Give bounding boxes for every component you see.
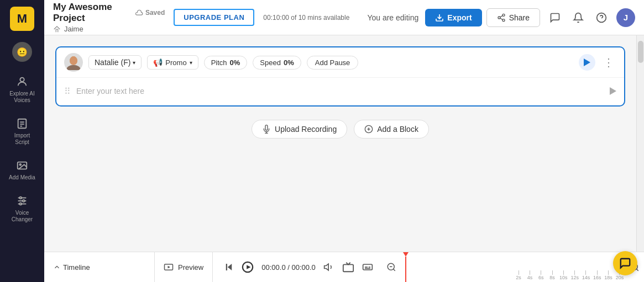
sidebar-item-explore-ai[interactable]: Explore AI Voices [3,71,41,108]
sidebar-user-avatar[interactable]: 😐 [12,42,32,62]
text-input-placeholder[interactable]: Enter your text here [76,87,604,95]
play-inline-button[interactable] [610,87,616,95]
svg-marker-37 [324,264,329,270]
svg-point-22 [67,65,81,70]
svg-point-15 [498,17,500,19]
chevron-down-icon: ▾ [133,60,135,66]
main-area: M 😐 Explore AI Voices Import Script [0,0,644,282]
add-media-icon [15,159,29,172]
top-bar: My Awesome Project Saved Jaime UPGRADE P… [44,0,644,35]
chat-icon[interactable] [547,9,563,26]
svg-rect-34 [226,264,227,270]
voice-name-button[interactable]: Natalie (F) ▾ [88,55,142,70]
ruler-tick-18s: 18s [603,270,614,280]
svg-rect-38 [343,264,353,272]
share-icon [497,13,506,22]
speed-control[interactable]: Speed 0% [253,56,301,70]
cloud-icon [135,9,143,17]
play-pause-button[interactable] [242,261,254,273]
ruler-tick-2s: 2s [513,270,524,280]
svg-point-16 [502,19,505,21]
transport-controls: 00:00.0 / 00:00.0 [213,252,384,283]
project-info: My Awesome Project Saved Jaime [53,2,165,33]
scroll-thumb[interactable] [638,41,643,63]
vertical-scrollbar[interactable] [636,35,644,252]
project-breadcrumb: Jaime [53,25,165,33]
project-title-row: My Awesome Project Saved [53,2,165,24]
bell-icon[interactable] [570,9,587,26]
ruler-tick-6s: 6s [536,270,547,280]
ruler-tick-14s: 14s [580,270,591,280]
export-button[interactable]: Export [425,9,481,26]
sidebar-item-add-media[interactable]: Add Media [3,155,41,185]
add-block-button[interactable]: Add a Block [354,120,429,139]
time-info-block: 00:10:00 of 10 mins available [263,14,358,22]
svg-point-14 [502,14,505,16]
chevron-up-icon [53,263,61,271]
user-avatar[interactable]: J [616,8,635,27]
svg-point-10 [19,197,22,199]
voice-block-header: Natalie (F) ▾ 📢 Promo ▾ Pitch [56,47,624,78]
svg-marker-32 [168,266,171,269]
voice-changer-icon [15,194,29,207]
time-display: 00:10:00 of 10 mins available [263,14,349,22]
play-icon [242,261,254,273]
upload-recording-button[interactable]: Upload Recording [252,120,347,139]
sidebar-item-import-script[interactable]: Import Script [3,113,41,150]
timecode-display: 00:00.0 / 00:00.0 [261,263,316,272]
microphone-icon [262,125,271,134]
chat-bubble-button[interactable] [613,251,637,275]
zoom-out-icon[interactable] [386,262,396,272]
svg-point-6 [19,164,21,166]
chat-bubble-icon [619,257,631,269]
drag-handle: ⠿ [64,86,71,97]
sidebar-item-add-media-label: Add Media [9,174,35,181]
home-icon [53,25,61,33]
content-with-scroll: Natalie (F) ▾ 📢 Promo ▾ Pitch [44,35,644,252]
playhead [403,252,409,283]
upload-recording-label: Upload Recording [275,125,337,134]
svg-marker-36 [247,265,250,269]
editing-label: You are editing [367,13,418,22]
skip-back-icon [224,262,234,272]
camera-icon[interactable] [342,261,354,273]
preview-icon [164,262,174,272]
help-icon[interactable] [593,9,610,26]
svg-line-18 [500,15,502,17]
timeline-text: Timeline [63,263,90,272]
sidebar-item-explore-ai-label: Explore AI Voices [7,91,38,104]
app-container: M 😐 Explore AI Voices Import Script [0,0,644,282]
speed-value: 0% [284,58,294,67]
voice-block: Natalie (F) ▾ 📢 Promo ▾ Pitch [55,46,625,107]
skip-back-button[interactable] [224,262,234,272]
pitch-control[interactable]: Pitch 0% [204,56,248,70]
export-label: Export [447,13,472,22]
saved-label: Saved [145,9,165,17]
upgrade-plan-button[interactable]: UPGRADE PLAN [174,9,254,26]
timeline-label[interactable]: Timeline [53,263,90,272]
add-block-label: Add a Block [377,125,418,134]
add-pause-button[interactable]: Add Pause [307,56,359,70]
share-button[interactable]: Share [486,8,540,27]
project-title: My Awesome Project [53,2,131,24]
play-voice-button[interactable] [579,54,595,71]
sidebar-item-voice-changer-label: Voice Changer [7,210,38,223]
promo-chevron-icon: ▾ [190,60,192,66]
playhead-line [405,257,406,283]
top-icons: J [547,8,635,27]
svg-marker-24 [584,58,590,66]
promo-style-button[interactable]: 📢 Promo ▾ [147,55,198,70]
caption-icon[interactable] [362,262,373,273]
more-options-button[interactable]: ⋮ [601,54,616,71]
sidebar-item-voice-changer[interactable]: Voice Changer [3,190,41,227]
svg-line-17 [500,18,502,20]
timeline-ruler: 2s 4s 6s 8s 10s 12s 14s 16s 18s 20s [396,252,630,283]
svg-point-12 [19,203,22,205]
svg-point-23 [70,56,77,65]
download-icon [435,13,444,22]
import-script-icon [15,117,29,130]
voice-block-body[interactable]: ⠿ Enter your text here [56,78,624,105]
volume-icon[interactable] [323,262,334,273]
sidebar: M 😐 Explore AI Voices Import Script [0,0,44,282]
share-label: Share [509,13,530,22]
